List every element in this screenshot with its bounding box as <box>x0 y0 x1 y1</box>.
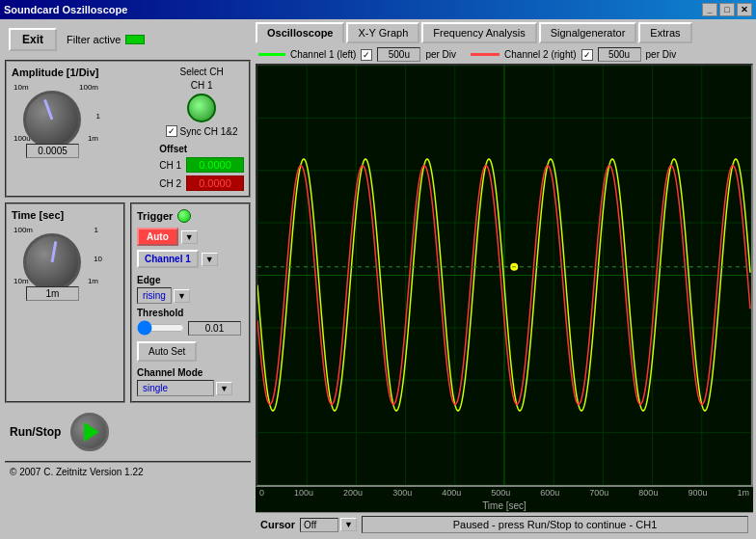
x-label-0: 0 <box>259 488 264 498</box>
time-value: 1m <box>26 286 79 301</box>
threshold-slider[interactable] <box>137 320 185 336</box>
tab-oscilloscope[interactable]: Oscilloscope <box>256 22 344 43</box>
ch1-offset-label: CH 1 <box>159 160 181 171</box>
cursor-label: Cursor <box>260 519 295 530</box>
cursor-dropdown-arrow[interactable]: ▼ <box>340 518 357 531</box>
tab-xy-graph[interactable]: X-Y Graph <box>346 22 419 43</box>
amp-label-1: 1 <box>96 112 100 121</box>
ch2-per-div-label: per Div <box>646 49 677 60</box>
minimize-button[interactable]: _ <box>702 3 717 16</box>
ch2-offset-row: CH 2 <box>159 175 244 191</box>
ch1-color-line <box>258 53 285 56</box>
sync-cb-box[interactable]: ✓ <box>166 125 177 137</box>
bottom-bar: Cursor Off ▼ Paused - press Run/Stop to … <box>256 512 753 536</box>
channel-row: Channel 1 (left) ✓ per Div Channel 2 (ri… <box>256 45 753 64</box>
ch1-per-div-input[interactable] <box>377 47 420 62</box>
edge-label: Edge <box>137 275 160 285</box>
status-text: Paused - press Run/Stop to continue - CH… <box>362 516 748 533</box>
maximize-button[interactable]: □ <box>719 3 735 16</box>
cursor-dropdown[interactable]: Off <box>300 518 338 532</box>
channel-mode-section: Channel Mode single ▼ <box>137 366 244 396</box>
exit-button[interactable]: Exit <box>9 28 57 51</box>
time-label-1m-outer: 1m <box>88 277 98 285</box>
edge-dropdown-arrow[interactable]: ▼ <box>174 289 190 303</box>
x-label-600u: 600u <box>540 488 559 498</box>
copyright-text: © 2007 C. Zeitnitz Version 1.22 <box>10 467 144 477</box>
ch1-offset-row: CH 1 <box>159 157 244 173</box>
x-label-200u: 200u <box>343 488 363 498</box>
threshold-row: Threshold 0.01 <box>137 307 244 336</box>
trigger-channel-button[interactable]: Channel 1 <box>137 250 199 268</box>
time-title: Time [sec] <box>12 209 119 221</box>
run-stop-button[interactable] <box>70 413 109 451</box>
x-label-100u: 100u <box>294 488 313 498</box>
top-controls: Exit Filter active <box>5 24 251 55</box>
amplitude-value: 0.0005 <box>26 144 79 158</box>
x-label-300u: 300u <box>392 488 412 498</box>
channel-mode-dropdown[interactable]: single <box>137 380 214 396</box>
left-panel: Exit Filter active Amplitude [1/Div] 10m… <box>0 19 256 539</box>
play-icon <box>84 422 99 442</box>
run-stop-label: Run/Stop <box>10 425 61 439</box>
scope-canvas <box>257 66 751 485</box>
trigger-channel-dropdown[interactable]: ▼ <box>202 253 218 266</box>
ch1-label: CH 1 <box>191 80 213 91</box>
ch2-offset-input[interactable] <box>186 175 244 191</box>
ch2-checkbox[interactable]: ✓ <box>581 49 593 61</box>
edge-row: Edge rising ▼ <box>137 274 244 304</box>
x-axis-title: Time [sec] <box>256 499 753 512</box>
trigger-mode-button[interactable]: Auto <box>137 228 178 246</box>
time-section: Time [sec] 100m 1 10 10m 1m 1m <box>5 202 125 403</box>
run-stop-section: Run/Stop <box>5 408 251 456</box>
trigger-mode-dropdown[interactable]: ▼ <box>181 230 198 244</box>
amplitude-knob[interactable] <box>23 91 81 148</box>
x-label-500u: 500u <box>491 488 510 498</box>
ch1-channel-label: Channel 1 (left) <box>290 49 356 60</box>
ch1-offset-input[interactable] <box>186 157 244 173</box>
time-label-10: 10 <box>94 255 102 263</box>
amp-label-1m: 1m <box>88 134 98 143</box>
window-controls: _ □ ✕ <box>702 3 752 16</box>
x-label-1m: 1m <box>737 488 749 498</box>
x-label-700u: 700u <box>589 488 608 498</box>
x-label-400u: 400u <box>442 488 461 498</box>
filter-led <box>125 35 145 44</box>
amplitude-title: Amplitude [1/Div] <box>12 67 98 78</box>
channel-mode-label: Channel Mode <box>137 367 202 378</box>
amplitude-section: Amplitude [1/Div] 10m 100m 1 100u 1m <box>5 60 251 198</box>
trigger-section: Trigger Auto ▼ Channel 1 ▼ Edge rising ▼ <box>130 202 251 403</box>
x-label-900u: 900u <box>688 488 707 498</box>
edge-dropdown[interactable]: rising <box>137 287 172 304</box>
x-axis-title-text: Time [sec] <box>482 500 526 511</box>
ch1-checkbox[interactable]: ✓ <box>361 49 372 61</box>
ch1-per-div-label: per Div <box>425 49 456 60</box>
tab-extras[interactable]: Extras <box>638 22 691 43</box>
trigger-led <box>177 209 191 223</box>
sync-checkbox[interactable]: ✓ Sync CH 1&2 <box>166 125 238 137</box>
threshold-label: Threshold <box>137 308 183 318</box>
offset-label: Offset <box>159 144 244 154</box>
close-button[interactable]: ✕ <box>737 3 752 16</box>
ch2-per-div-input[interactable] <box>598 47 641 62</box>
channel-mode-arrow[interactable]: ▼ <box>216 382 232 395</box>
scope-display <box>256 64 753 487</box>
tab-frequency-analysis[interactable]: Frequency Analysis <box>421 22 536 43</box>
ch1-indicator[interactable] <box>187 94 216 122</box>
amplitude-value-display: 0.0005 <box>26 144 79 158</box>
offset-section: Offset CH 1 CH 2 <box>159 144 244 191</box>
trigger-title: Trigger <box>137 210 173 222</box>
auto-set-button[interactable]: Auto Set <box>137 341 197 362</box>
select-ch-area: Select CH CH 1 ✓ Sync CH 1&2 Offset CH 1 <box>159 67 244 191</box>
threshold-value: 0.01 <box>188 321 241 336</box>
window-title: Soundcard Oszilloscope <box>4 4 127 15</box>
x-axis-labels: 0 100u 200u 300u 400u 500u 600u 700u 800… <box>256 487 753 499</box>
title-bar: Soundcard Oszilloscope _ □ ✕ <box>0 0 756 19</box>
middle-row: Time [sec] 100m 1 10 10m 1m 1m <box>5 202 251 403</box>
right-panel: Oscilloscope X-Y Graph Frequency Analysi… <box>256 19 756 539</box>
main-window: Exit Filter active Amplitude [1/Div] 10m… <box>0 19 756 539</box>
tab-signal-generator[interactable]: Signalgenerator <box>539 22 637 43</box>
filter-active-indicator: Filter active <box>67 34 145 45</box>
trigger-header: Trigger <box>137 209 244 223</box>
tab-bar: Oscilloscope X-Y Graph Frequency Analysi… <box>256 22 753 43</box>
time-knob[interactable] <box>23 233 81 291</box>
